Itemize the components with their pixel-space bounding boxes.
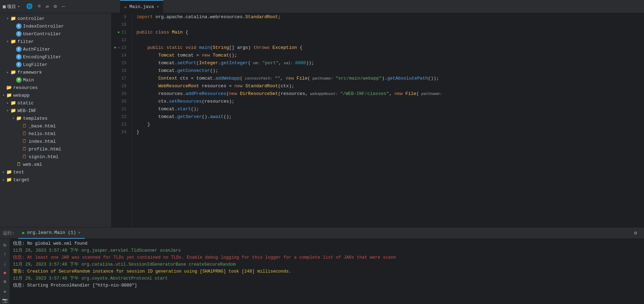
grid-icon: ▦	[3, 3, 6, 9]
code-content[interactable]: import org.apache.catalina.webresources.…	[132, 13, 644, 227]
line-num-22: 22	[114, 113, 129, 121]
line-numbers: 9 10 ▶11 12 ▶ ◇ 13 14 15 16 17 18 19 20 …	[112, 13, 132, 227]
minimize-icon[interactable]: —	[62, 3, 65, 9]
run-tab-label: org.learn.Main (1)	[27, 230, 76, 235]
structure-icon[interactable]: ≡	[38, 3, 41, 9]
refresh-icon[interactable]: ↻	[3, 242, 6, 248]
sidebar-item-LogFilter[interactable]: C LogFilter	[0, 61, 111, 68]
sidebar-item-test[interactable]: 📁 test	[0, 168, 111, 176]
sidebar-item-UserController[interactable]: C UserController	[0, 30, 111, 38]
folder-icon-test: 📁	[6, 169, 12, 175]
bottom-left-icons: ↻ ↑ ↓ ■ ≡ ★ 📷 🗑 ≡	[0, 239, 10, 304]
globe-icon[interactable]: 🌐	[26, 3, 33, 10]
line-num-20: 20	[114, 98, 129, 105]
sidebar-item-filter[interactable]: 📁 filter	[0, 38, 111, 45]
label-resources: resources	[13, 85, 38, 90]
folder-icon-templates: 📁	[16, 116, 22, 121]
label-filter: filter	[17, 39, 34, 44]
run-label: 运行:	[3, 230, 15, 236]
sidebar-item-base-html[interactable]: 🗒 _base.html	[0, 122, 111, 130]
class-icon-LogFilter: C	[16, 62, 22, 67]
line-num-15: 15	[114, 59, 129, 67]
sidebar-item-webapp[interactable]: 📁 webapp	[0, 91, 111, 99]
folder-icon-resources: 📂	[6, 85, 12, 90]
arrow-target	[1, 178, 6, 182]
bottom-panel-tabs: 运行: ▶ org.learn.Main (1) × ⚙	[0, 228, 644, 239]
run-tab-icon: ▶	[22, 230, 25, 236]
console-settings-icon[interactable]: ⚙	[630, 230, 641, 236]
console-line-6: 11月 29, 2023 3:57:48 下午 org.coyote.Abstr…	[13, 275, 641, 282]
code-line-18: WebResourceRoot resources = new Standard…	[132, 82, 644, 90]
editor-area: 9 10 ▶11 12 ▶ ◇ 13 14 15 16 17 18 19 20 …	[112, 13, 644, 227]
console-line-2: 11月 29, 2023 3:57:48 下午 org.jasper.servl…	[13, 247, 641, 254]
line-num-11: ▶11	[114, 29, 129, 36]
code-line-22: tomcat.getServer().await();	[132, 113, 644, 121]
list-icon[interactable]: ≡	[3, 279, 6, 285]
line-num-21: 21	[114, 105, 129, 113]
sidebar: 📁 controller C IndexController C UserCon…	[0, 13, 112, 227]
camera-icon[interactable]: 📷	[2, 298, 8, 303]
align-icon[interactable]: ⇌	[46, 3, 49, 10]
folder-icon-framework: 📁	[10, 69, 16, 75]
code-line-12	[132, 36, 644, 44]
sidebar-item-signin-html[interactable]: 🗒 signin.html	[0, 153, 111, 161]
sidebar-item-resources[interactable]: 📂 resources	[0, 84, 111, 91]
sidebar-item-profile-html[interactable]: 🗒 profile.html	[0, 145, 111, 153]
project-label[interactable]: ▦ 项目 ▾	[3, 3, 20, 10]
xml-icon-web: 🗒	[16, 162, 22, 167]
line-num-10: 10	[114, 21, 129, 29]
run-tab-close[interactable]: ×	[78, 231, 81, 235]
folder-icon-controller: 📁	[10, 16, 16, 21]
tab-bar: ☕ Main.java ×	[120, 0, 164, 13]
code-line-21: tomcat.start();	[132, 105, 644, 113]
arrow-static	[6, 101, 10, 105]
label-test: test	[13, 170, 24, 175]
sidebar-item-hello-html[interactable]: 🗒 hello.html	[0, 130, 111, 138]
sidebar-item-web-xml[interactable]: 🗒 web.xml	[0, 161, 111, 168]
toolbar-icons: 🌐 ≡ ⇌ ⚙ —	[26, 3, 65, 10]
label-EncodingFilter: EncodingFilter	[23, 54, 61, 60]
scroll-down-icon[interactable]: ↓	[3, 261, 6, 267]
line-num-16: 16	[114, 67, 129, 75]
class-icon-IndexController: C	[16, 23, 22, 29]
sidebar-item-IndexController[interactable]: C IndexController	[0, 22, 111, 30]
arrow-templates	[11, 116, 15, 120]
code-view[interactable]: 9 10 ▶11 12 ▶ ◇ 13 14 15 16 17 18 19 20 …	[112, 13, 644, 227]
bottom-tab-run[interactable]: ▶ org.learn.Main (1) ×	[18, 228, 85, 239]
tab-main-java[interactable]: ☕ Main.java ×	[120, 0, 164, 13]
sidebar-item-framework[interactable]: 📁 framework	[0, 68, 111, 76]
sidebar-item-controller[interactable]: 📁 controller	[0, 15, 111, 22]
folder-icon-static: 📁	[10, 100, 16, 106]
main-content: 📁 controller C IndexController C UserCon…	[0, 13, 644, 227]
class-icon-AuthFilter: C	[16, 46, 22, 52]
line-num-13: ▶ ◇ 13	[114, 44, 129, 52]
folder-icon-target: 📁	[6, 177, 12, 183]
label-signin-html: signin.html	[29, 154, 59, 160]
sidebar-item-EncodingFilter[interactable]: C EncodingFilter	[0, 53, 111, 61]
sidebar-item-Main[interactable]: M Main	[0, 76, 111, 84]
label-framework: framework	[17, 70, 42, 75]
dropdown-icon[interactable]: ▾	[17, 4, 20, 9]
sidebar-item-WEB-INF[interactable]: 📁 WEB-INF	[0, 107, 111, 114]
sidebar-item-index-html[interactable]: 🗒 index.html	[0, 138, 111, 145]
line-num-17: 17	[114, 75, 129, 82]
bottom-panel: 运行: ▶ org.learn.Main (1) × ⚙ ↻ ↑ ↓ ■ ≡ ★…	[0, 227, 644, 304]
label-index-html: index.html	[29, 139, 56, 144]
run-icon-13[interactable]: ▶	[114, 44, 116, 52]
code-line-9: import org.apache.catalina.webresources.…	[132, 13, 644, 21]
run-icon-11[interactable]: ▶	[118, 29, 120, 36]
tab-close-button[interactable]: ×	[157, 5, 159, 9]
star-icon[interactable]: ★	[3, 289, 6, 294]
stop-icon[interactable]: ■	[3, 270, 6, 276]
settings-icon[interactable]: ⚙	[54, 3, 57, 10]
sidebar-item-static[interactable]: 📁 static	[0, 99, 111, 107]
html-icon-profile: 🗒	[22, 146, 27, 152]
html-icon-index: 🗒	[22, 139, 27, 144]
sidebar-item-templates[interactable]: 📁 templates	[0, 114, 111, 122]
scroll-up-icon[interactable]: ↑	[3, 252, 6, 258]
label-hello-html: hello.html	[29, 131, 56, 136]
sidebar-item-target[interactable]: 📁 target	[0, 176, 111, 184]
sidebar-item-AuthFilter[interactable]: C AuthFilter	[0, 45, 111, 53]
console-output[interactable]: 信息: No global web.xml found 11月 29, 2023…	[10, 239, 644, 304]
line-num-19: 19	[114, 90, 129, 98]
